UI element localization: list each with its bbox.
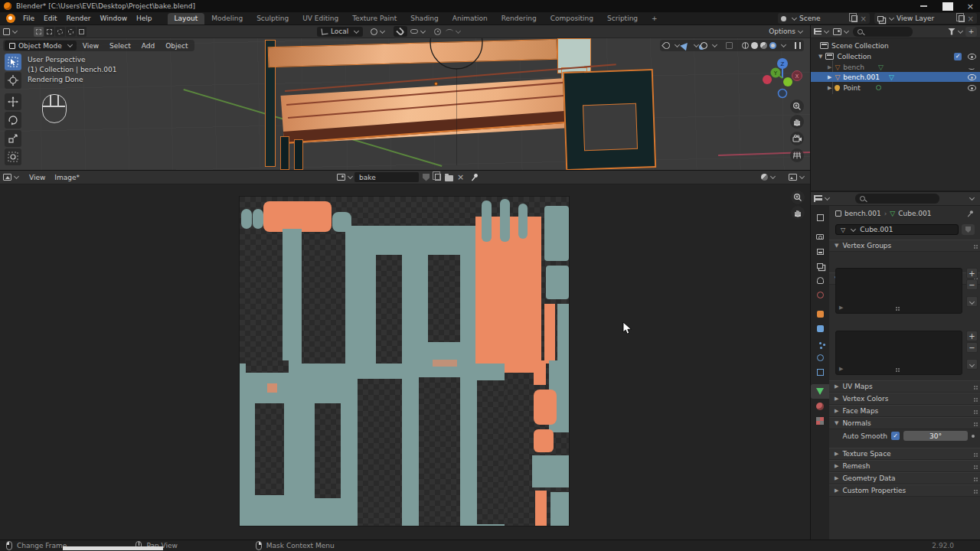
properties-tab-output[interactable]: [811, 244, 829, 259]
panel-custom-properties[interactable]: ▶ Custom Properties: [829, 484, 980, 497]
tool-cursor-button[interactable]: [5, 72, 21, 89]
blender-menu-icon[interactable]: [6, 14, 15, 23]
new-image-icon[interactable]: [435, 174, 441, 181]
workspace-tab-scripting[interactable]: Scripting: [600, 13, 645, 24]
vertex-group-remove-button[interactable]: −: [966, 279, 978, 290]
tool-select-circle[interactable]: [55, 27, 65, 37]
breadcrumb-data[interactable]: Cube.001: [898, 210, 963, 217]
panel-uv-maps[interactable]: ▶ UV Maps: [829, 380, 980, 393]
workspace-tab-sculpting[interactable]: Sculpting: [250, 13, 296, 24]
properties-tab-tool[interactable]: [811, 210, 829, 225]
light-widget-circle[interactable]: [426, 38, 490, 73]
expand-icon[interactable]: ▶: [828, 64, 831, 70]
editor-type-icon[interactable]: [3, 28, 10, 35]
proportional-falloff-icon[interactable]: [446, 29, 453, 34]
viewport-3d[interactable]: Object Mode View Select Add Object: [0, 38, 810, 170]
outliner-search-input[interactable]: [853, 27, 913, 37]
menu-help[interactable]: Help: [132, 15, 157, 22]
eye-closed-icon[interactable]: [968, 64, 975, 70]
pin-icon[interactable]: [470, 173, 479, 182]
properties-options-chevron[interactable]: [969, 195, 975, 201]
workspace-tab-uv-editing[interactable]: UV Editing: [296, 13, 345, 24]
workspace-tab-modeling[interactable]: Modeling: [204, 13, 250, 24]
fake-user-shield-button[interactable]: [962, 224, 975, 235]
baked-texture-image[interactable]: [240, 197, 569, 526]
panel-vertex-groups[interactable]: ▼ Vertex Groups: [829, 240, 980, 252]
properties-tab-texture[interactable]: [811, 413, 829, 428]
navigation-gizmo[interactable]: Z Y X: [760, 56, 805, 100]
image-name-field[interactable]: bake: [354, 172, 419, 182]
close-button[interactable]: ×: [967, 2, 974, 11]
snap-settings-icon[interactable]: [410, 29, 418, 34]
vertex-group-add-button[interactable]: +: [966, 268, 978, 279]
properties-tab-particles[interactable]: [811, 336, 829, 350]
image-editor[interactable]: View Image* bake ×: [0, 170, 810, 540]
workspace-tab-animation[interactable]: Animation: [446, 13, 495, 24]
viewport-perspective-button[interactable]: [790, 148, 804, 162]
eye-icon[interactable]: [968, 74, 976, 80]
expand-icon[interactable]: ▶: [828, 85, 831, 91]
menu-render[interactable]: Render: [62, 15, 96, 22]
workspace-tab-shading[interactable]: Shading: [403, 13, 446, 24]
shape-key-specials-button[interactable]: [966, 359, 978, 370]
properties-tab-world[interactable]: [811, 288, 829, 302]
viewport-zoom-button[interactable]: [790, 99, 804, 113]
outliner-filter-icon[interactable]: [833, 28, 841, 35]
tool-transform-button[interactable]: [5, 148, 21, 165]
shading-wireframe-icon[interactable]: [742, 42, 749, 49]
viewport-camera-button[interactable]: [790, 132, 804, 145]
viewport-menu-select[interactable]: Select: [105, 42, 136, 50]
maximize-button[interactable]: [942, 2, 953, 11]
mesh-name-field[interactable]: ▽ Cube.001: [835, 224, 959, 235]
scene-selector[interactable]: Scene ×: [778, 13, 870, 24]
shading-solid-icon[interactable]: [751, 42, 758, 49]
properties-search-input[interactable]: [855, 194, 939, 204]
new-scene-icon[interactable]: [851, 15, 858, 22]
properties-tab-modifiers[interactable]: [811, 321, 829, 336]
auto-smooth-angle-slider[interactable]: 30°: [903, 431, 968, 441]
expand-icon[interactable]: ▶: [828, 74, 831, 80]
properties-editor[interactable]: bench.001 › ▽ Cube.001 ▽ Cube.001 ▼ Vert…: [810, 191, 980, 540]
image-menu-view[interactable]: View: [24, 174, 50, 181]
outliner-row-bench[interactable]: ▶ ▽ bench ▽: [811, 62, 980, 72]
vertex-groups-list[interactable]: ▶: [835, 268, 962, 314]
tool-select-box[interactable]: [44, 27, 54, 37]
image-render-slot-icon[interactable]: [761, 174, 768, 181]
tool-scale-button[interactable]: [5, 130, 21, 147]
viewport-menu-object[interactable]: Object: [161, 42, 192, 50]
overlays-icon[interactable]: [701, 42, 707, 49]
properties-tab-scene[interactable]: [811, 273, 829, 288]
panel-geometry-data[interactable]: ▶ Geometry Data: [829, 472, 980, 484]
breadcrumb-object[interactable]: bench.001: [844, 210, 881, 217]
mode-dropdown[interactable]: Object Mode: [5, 41, 77, 51]
expand-icon[interactable]: ▼: [818, 54, 822, 60]
shading-material-icon[interactable]: [760, 42, 767, 49]
collection-eye-icon[interactable]: [968, 54, 976, 60]
new-collection-button[interactable]: +: [965, 27, 977, 37]
display-channels-icon[interactable]: [789, 174, 797, 181]
tool-move-button[interactable]: [5, 93, 21, 110]
menu-edit[interactable]: Edit: [39, 15, 61, 22]
add-workspace-button[interactable]: +: [645, 13, 665, 24]
pin-icon[interactable]: [966, 210, 975, 218]
image-pan-button[interactable]: [791, 206, 805, 220]
pause-render-button[interactable]: [795, 42, 801, 49]
animate-dot-button[interactable]: [972, 435, 975, 438]
tool-select-box-button[interactable]: [5, 54, 21, 70]
unlink-image-icon[interactable]: ×: [457, 172, 464, 182]
viewport-menu-add[interactable]: Add: [137, 42, 159, 50]
panel-texture-space[interactable]: ▶ Texture Space: [829, 448, 980, 460]
visibility-icon[interactable]: [662, 41, 671, 51]
unlink-scene-icon[interactable]: ×: [861, 15, 867, 23]
eye-icon[interactable]: [968, 85, 976, 91]
properties-tab-object[interactable]: [811, 307, 829, 321]
tool-select-mode[interactable]: [77, 27, 87, 37]
outliner-display-mode-icon[interactable]: [814, 28, 822, 34]
properties-tab-constraints[interactable]: [811, 365, 829, 380]
image-zoom-button[interactable]: [791, 191, 805, 204]
properties-tab-physics[interactable]: [811, 350, 829, 365]
menu-file[interactable]: File: [18, 15, 39, 22]
workspace-tab-layout[interactable]: Layout: [168, 13, 205, 24]
image-menu-image[interactable]: Image*: [50, 174, 84, 181]
properties-tab-object-data[interactable]: [811, 384, 829, 399]
